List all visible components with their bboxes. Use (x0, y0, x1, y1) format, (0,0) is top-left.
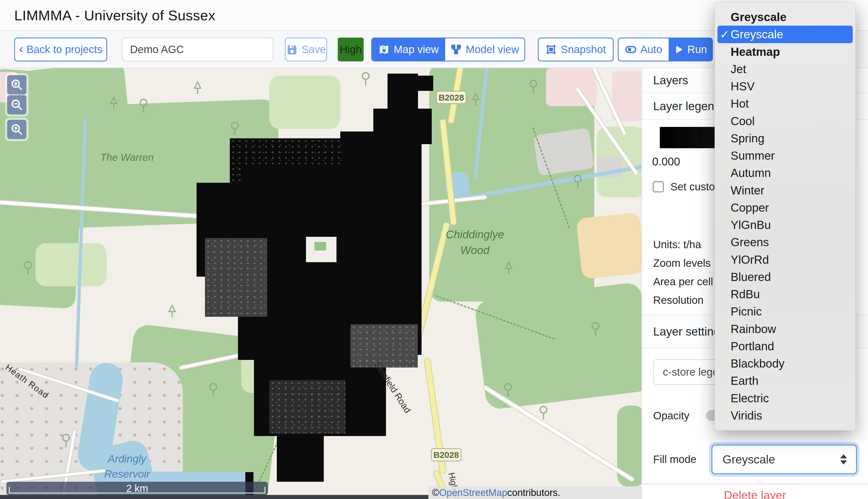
openstreetmap-link[interactable]: OpenStreetMap (439, 487, 507, 498)
colormap-option-label: YlGnBu (731, 218, 771, 232)
tree-icon (504, 261, 513, 276)
map-label-wood: Chiddinglye Wood (432, 227, 518, 258)
map-icon (378, 44, 389, 55)
auto-toggle-button[interactable]: Auto (619, 38, 668, 61)
colormap-option-label: Winter (731, 183, 764, 197)
area-per-cell-info: Area per cell (653, 276, 713, 288)
workflow-icon (450, 44, 462, 55)
map-label-wood-line1: Chiddinglye (432, 227, 518, 242)
units-info: Units: t/ha (653, 239, 701, 251)
auto-label: Auto (640, 44, 662, 56)
colormap-option[interactable]: ✓Greyscale (718, 26, 853, 43)
map-meadow (269, 76, 340, 129)
zoom-in-button[interactable] (7, 75, 26, 94)
colormap-option[interactable]: HSV (715, 78, 855, 95)
tree-icon (590, 322, 601, 337)
colormap-option-label: Summer (731, 149, 775, 162)
raster-hole-green (314, 242, 326, 251)
quality-badge: High (338, 38, 364, 61)
delete-layer-button[interactable]: Delete layer (642, 488, 868, 499)
window-bottom-strip (0, 495, 429, 499)
map-building (533, 128, 594, 175)
colormap-option[interactable]: Blackbody (715, 355, 855, 372)
tree-icon (193, 81, 202, 96)
view-toggle-group: Map view Model view (371, 38, 525, 61)
colormap-option[interactable]: YlOrRd (715, 251, 855, 268)
map-view-label: Map view (394, 44, 438, 56)
colormap-option[interactable]: Copper (715, 199, 855, 216)
map-scale-bar: 2 km (7, 482, 268, 495)
app-window: LIMMMA - University of Sussex ‹ Back to … (0, 0, 868, 499)
zoom-to-extent-button[interactable] (7, 120, 26, 139)
map-woodland (0, 162, 82, 309)
back-to-projects-button[interactable]: ‹ Back to projects (14, 38, 107, 61)
colormap-option-label: Copper (731, 201, 769, 215)
toggle-icon (625, 44, 637, 55)
colormap-option[interactable]: Rainbow (715, 320, 855, 338)
road-badge-b2028: B2028 (431, 448, 461, 461)
colormap-option-label: Rainbow (731, 322, 776, 336)
raster-block (418, 76, 433, 91)
save-label: Save (301, 44, 326, 56)
colormap-option[interactable]: Greens (715, 233, 855, 251)
colormap-option-label: Autumn (731, 166, 771, 180)
fill-mode-select[interactable]: Greyscale (712, 445, 857, 474)
snapshot-label: Snapshot (561, 44, 606, 56)
colormap-option[interactable]: RdBu (715, 285, 855, 303)
colormap-option-label: Cool (731, 114, 755, 128)
chevron-left-icon: ‹ (19, 41, 23, 56)
model-view-label: Model view (466, 44, 519, 56)
set-custom-checkbox[interactable] (653, 181, 664, 192)
zoom-out-button[interactable] (7, 95, 26, 114)
map-attribution: © OpenStreetMap contributors. (429, 486, 641, 499)
tree-icon (361, 72, 371, 87)
colormap-option[interactable]: Bluered (715, 268, 855, 285)
snapshot-button[interactable]: Snapshot (538, 38, 614, 61)
tree-icon (471, 92, 480, 107)
colormap-option[interactable]: Winter (715, 182, 855, 199)
tree-icon (208, 383, 218, 398)
map-label-reservoir: Ardingly Reservoir (84, 451, 170, 482)
colormap-option[interactable]: Portland (715, 338, 855, 355)
run-label: Run (687, 44, 707, 56)
colormap-option[interactable]: Summer (715, 147, 855, 164)
colormap-option[interactable]: Electric (715, 390, 855, 407)
colormap-option-label: YlOrRd (731, 253, 769, 267)
project-name-input[interactable] (122, 38, 273, 61)
colormap-option[interactable]: Viridis (715, 407, 855, 424)
snapshot-frame-icon (545, 44, 557, 55)
colormap-option[interactable]: YlGnBu (715, 216, 855, 233)
colormap-option-label: Jet (731, 62, 746, 76)
map-meadow (36, 243, 107, 286)
raster-block (277, 431, 324, 482)
run-button[interactable]: Run (668, 38, 712, 61)
colormap-option[interactable]: Picnic (715, 303, 855, 320)
colormap-option[interactable]: Jet (715, 60, 855, 78)
colormap-option[interactable]: Autumn (715, 164, 855, 182)
page-title: LIMMMA - University of Sussex (14, 7, 215, 24)
model-view-button[interactable]: Model view (445, 38, 525, 61)
map-farmland (576, 212, 641, 279)
tree-icon (538, 405, 548, 421)
map-residential (546, 68, 597, 106)
map-view-button[interactable]: Map view (372, 38, 445, 61)
raster-block-grey (269, 380, 345, 434)
colormap-option[interactable]: Hot (715, 95, 855, 112)
raster-block-grey (350, 324, 418, 367)
colormap-option[interactable]: Spring (715, 130, 855, 147)
tree-icon (61, 434, 71, 449)
map-label-wood-line2: Wood (432, 242, 518, 258)
colormap-dropdown-menu: Greyscale✓GreyscaleHeatmapJetHSVHotCoolS… (715, 2, 856, 430)
colormap-option-label: RdBu (731, 287, 760, 301)
map-canvas[interactable]: The Warren Chiddinglye Wood Ardingly Res… (0, 68, 641, 499)
colormap-option-label: Heatmap (731, 45, 780, 59)
tree-icon (23, 261, 33, 276)
colormap-option[interactable]: Cool (715, 112, 855, 130)
colormap-option[interactable]: Earth (715, 372, 855, 389)
save-button[interactable]: Save (285, 38, 327, 61)
checkmark-icon: ✓ (720, 28, 730, 41)
colormap-option-label: Blackbody (731, 357, 784, 370)
play-icon (674, 45, 684, 54)
select-arrows-icon (840, 454, 847, 464)
map-woodland (474, 281, 641, 410)
